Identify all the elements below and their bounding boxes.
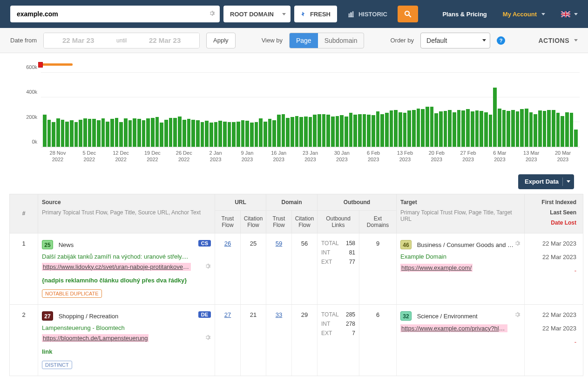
chart-bar[interactable]: [160, 123, 163, 147]
chart-bar[interactable]: [295, 116, 299, 147]
col-target[interactable]: Target Primary Topical Trust Flow, Page …: [396, 194, 524, 233]
chart-bar[interactable]: [218, 121, 222, 147]
chart-bar[interactable]: [56, 118, 60, 147]
chart-bar[interactable]: [286, 118, 290, 147]
chart-bar[interactable]: [394, 110, 398, 147]
chart-bar[interactable]: [439, 111, 443, 147]
chart-bar[interactable]: [525, 109, 528, 147]
chart-bar[interactable]: [444, 111, 447, 147]
chart-bar[interactable]: [173, 118, 177, 147]
chart-bar[interactable]: [453, 112, 456, 147]
chart-bar[interactable]: [421, 109, 425, 147]
chart-bar[interactable]: [142, 120, 146, 147]
chart-bar[interactable]: [380, 114, 384, 147]
chart-bar[interactable]: [507, 111, 510, 147]
chart-bar[interactable]: [223, 122, 227, 147]
chart-bar[interactable]: [83, 118, 87, 147]
chart-bar[interactable]: [255, 122, 258, 147]
chart-bar[interactable]: [210, 123, 213, 147]
col-dom-cf[interactable]: Citation Flow: [291, 211, 317, 233]
date-range-picker[interactable]: until: [43, 33, 200, 48]
col-url-cf[interactable]: Citation Flow: [240, 211, 266, 233]
chart-bar[interactable]: [471, 111, 474, 147]
chart-bar[interactable]: [353, 115, 357, 147]
chart-bar[interactable]: [376, 111, 380, 147]
chart-bar[interactable]: [304, 117, 308, 147]
chart-bar[interactable]: [272, 120, 276, 147]
chart-bar[interactable]: [448, 110, 452, 147]
chart-bar[interactable]: [331, 117, 335, 147]
chart-bar[interactable]: [547, 110, 551, 147]
chart-bar[interactable]: [534, 114, 537, 147]
chart-bar[interactable]: [119, 122, 123, 147]
chart-bar[interactable]: [79, 120, 82, 147]
chart-bar[interactable]: [385, 113, 389, 147]
gear-icon[interactable]: [514, 240, 520, 248]
range-slider[interactable]: [41, 63, 73, 66]
chart-bar[interactable]: [151, 118, 155, 147]
target-url[interactable]: https://www.example.com/privacy?hl=de: [400, 324, 507, 332]
source-title[interactable]: Další zabiják tanků zamíří na východ: ur…: [42, 253, 211, 260]
gear-icon[interactable]: [209, 10, 215, 18]
apply-button[interactable]: Apply: [206, 33, 236, 48]
chart-bar[interactable]: [367, 115, 371, 147]
col-out-dom[interactable]: Ext Domains: [359, 211, 396, 233]
chart-bar[interactable]: [430, 107, 434, 147]
chart-bar[interactable]: [106, 122, 109, 147]
chart-bar[interactable]: [264, 122, 267, 147]
chart-bar[interactable]: [498, 109, 501, 147]
search-input[interactable]: [10, 6, 220, 22]
chart-bar[interactable]: [322, 114, 326, 147]
chart-bar[interactable]: [349, 113, 353, 147]
chart-bar[interactable]: [115, 118, 119, 147]
chart-bar[interactable]: [232, 122, 236, 147]
chart-bar[interactable]: [92, 119, 96, 147]
chart-bar[interactable]: [155, 117, 159, 147]
date-to-input[interactable]: [130, 33, 199, 48]
chart-bar[interactable]: [299, 117, 303, 147]
chart-bar[interactable]: [259, 118, 263, 147]
gear-icon[interactable]: [514, 311, 520, 319]
chart-bar[interactable]: [489, 115, 493, 147]
chart-bar[interactable]: [52, 122, 55, 147]
gear-icon[interactable]: [204, 334, 211, 342]
chart-bar[interactable]: [565, 112, 569, 147]
chart-bar[interactable]: [178, 117, 182, 147]
chart-bar[interactable]: [574, 130, 578, 147]
chart-bar[interactable]: [403, 113, 407, 147]
chart-bar[interactable]: [552, 110, 555, 147]
chart-bar[interactable]: [561, 116, 564, 147]
col-url-tf[interactable]: Trust Flow: [215, 211, 240, 233]
chart-bar[interactable]: [372, 115, 375, 147]
chart-bar[interactable]: [65, 122, 69, 147]
orderby-select[interactable]: Default: [420, 33, 490, 48]
chart-bar[interactable]: [309, 117, 312, 147]
col-dom-tf[interactable]: Trust Flow: [266, 211, 291, 233]
chart-bar[interactable]: [97, 120, 101, 147]
chart-bar[interactable]: [570, 113, 574, 147]
chart-bar[interactable]: [493, 88, 497, 147]
chart-bar[interactable]: [47, 120, 51, 147]
chart-bar[interactable]: [169, 118, 173, 147]
mode-historic-button[interactable]: HISTORIC: [341, 6, 394, 22]
col-out-links[interactable]: Outbound Links: [317, 211, 359, 233]
dom-tf[interactable]: 59: [266, 233, 291, 304]
chart-bar[interactable]: [538, 110, 542, 147]
chart-bar[interactable]: [358, 114, 362, 147]
source-trustflow-pill[interactable]: 25: [42, 240, 53, 249]
chart-bar[interactable]: [407, 110, 411, 147]
chart-bar[interactable]: [336, 116, 339, 147]
chart-bar[interactable]: [390, 110, 393, 147]
chart-bar[interactable]: [313, 115, 317, 147]
chart-bar[interactable]: [214, 122, 218, 147]
chart-bar[interactable]: [466, 109, 470, 147]
chart-bar[interactable]: [434, 113, 438, 147]
chart-bar[interactable]: [228, 122, 231, 147]
target-url[interactable]: https://www.example.com/: [400, 264, 473, 272]
chart-bar[interactable]: [529, 112, 533, 147]
viewby-page[interactable]: Page: [290, 33, 318, 48]
col-index[interactable]: #: [10, 194, 38, 233]
scope-select[interactable]: ROOT DOMAIN: [223, 6, 291, 22]
chart-bar[interactable]: [88, 119, 92, 147]
chart-bar[interactable]: [282, 114, 285, 147]
